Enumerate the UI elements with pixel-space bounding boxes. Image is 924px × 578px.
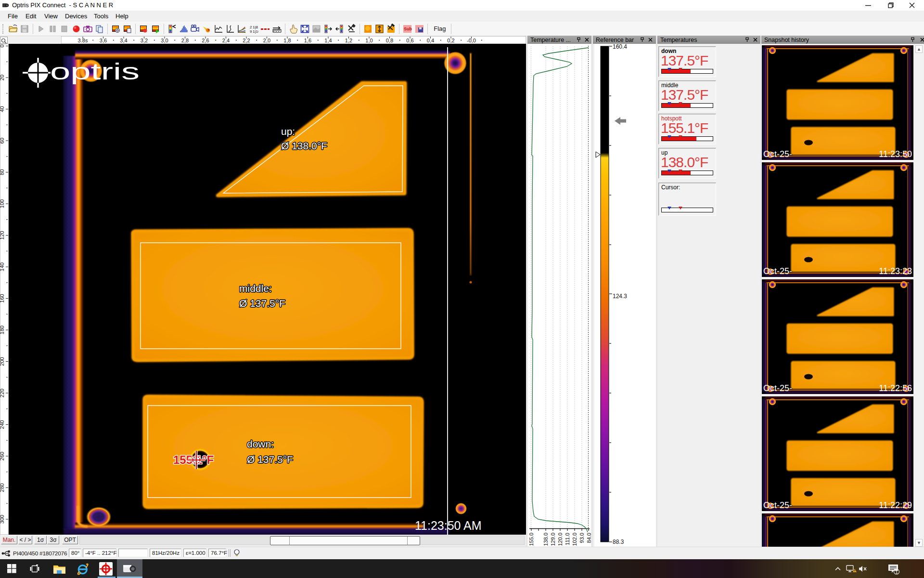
svg-text:120.0: 120.0: [557, 533, 563, 546]
svg-text:2,6: 2,6: [202, 38, 209, 43]
svg-text:11:23:50: 11:23:50: [879, 149, 912, 159]
svg-text:3,4: 3,4: [120, 38, 127, 43]
svg-text:-0,0: -0,0: [467, 38, 476, 43]
svg-text:180: 180: [0, 326, 5, 334]
svg-text:300: 300: [0, 515, 5, 524]
svg-text:0,2: 0,2: [447, 38, 454, 43]
svg-text:84.0: 84.0: [586, 533, 591, 543]
svg-text:140: 140: [0, 263, 5, 271]
svg-text:Ø 138.0°F: Ø 138.0°F: [281, 140, 327, 151]
svg-text:0,4: 0,4: [427, 38, 434, 43]
svg-text:3,2: 3,2: [141, 38, 148, 43]
svg-text:120: 120: [0, 231, 5, 239]
svg-text:20: 20: [0, 75, 5, 80]
svg-text:Sub: Sub: [404, 26, 412, 31]
svg-text:3.8s: 3.8s: [78, 38, 88, 43]
svg-text:80: 80: [0, 169, 5, 175]
svg-text:down:: down:: [247, 438, 274, 449]
svg-text:111.0: 111.0: [565, 533, 570, 545]
svg-text:88.3: 88.3: [613, 539, 624, 545]
svg-text:11:23:23: 11:23:23: [879, 266, 912, 276]
svg-text:11:22:29: 11:22:29: [879, 500, 912, 510]
svg-text:Oct-25-: Oct-25-: [763, 500, 792, 510]
svg-text:124.3: 124.3: [613, 293, 627, 300]
svg-text:2,4: 2,4: [222, 38, 230, 43]
svg-text:0,6: 0,6: [406, 38, 413, 43]
svg-text:220: 220: [0, 389, 5, 397]
svg-text:2,2: 2,2: [243, 38, 250, 43]
svg-text:11:22:56: 11:22:56: [879, 383, 912, 393]
svg-text:1: 1: [895, 570, 898, 575]
svg-text:Oct-25-: Oct-25-: [763, 266, 792, 276]
svg-text:2,8: 2,8: [181, 38, 189, 43]
svg-text:0: 0: [0, 44, 5, 47]
svg-text:3,6: 3,6: [100, 38, 107, 43]
svg-text:9 1|10: 9 1|10: [250, 29, 258, 34]
svg-text:2 1|8: 2 1|8: [250, 25, 258, 29]
svg-text:100: 100: [0, 199, 5, 208]
svg-text:1,2: 1,2: [345, 38, 352, 43]
svg-text:11:23:50 AM: 11:23:50 AM: [415, 519, 482, 532]
svg-text:Ø 137.5°F: Ø 137.5°F: [239, 298, 285, 309]
svg-text:1,8: 1,8: [283, 38, 291, 43]
svg-text:40: 40: [0, 106, 5, 112]
svg-text:280: 280: [0, 483, 5, 492]
svg-text:155.0: 155.0: [528, 533, 534, 546]
svg-text:3,0: 3,0: [161, 38, 168, 43]
svg-text:160: 160: [0, 294, 5, 302]
svg-text:middle:: middle:: [239, 283, 272, 294]
svg-text:260: 260: [0, 452, 5, 460]
svg-text:2,0: 2,0: [263, 38, 270, 43]
svg-text:1,4: 1,4: [324, 38, 332, 43]
svg-text:200: 200: [0, 357, 5, 366]
svg-text:Oct-25-: Oct-25-: [763, 383, 792, 393]
svg-text:Oct-25-: Oct-25-: [763, 149, 792, 159]
svg-text:0,8: 0,8: [386, 38, 393, 43]
svg-text:60: 60: [0, 138, 5, 144]
svg-text:240: 240: [0, 420, 5, 429]
svg-text:102.0: 102.0: [572, 533, 578, 546]
svg-text:160.4: 160.4: [613, 44, 627, 50]
svg-text:Ø 137.5°F: Ø 137.5°F: [247, 454, 293, 465]
svg-text:138.0: 138.0: [543, 533, 549, 546]
svg-text:129.0: 129.0: [550, 533, 556, 546]
svg-text:93.0: 93.0: [579, 533, 585, 543]
svg-text:optris: optris: [50, 59, 140, 84]
svg-text:up:: up:: [281, 126, 295, 137]
svg-text:1,0: 1,0: [365, 38, 372, 43]
svg-text:1,6: 1,6: [304, 38, 311, 43]
